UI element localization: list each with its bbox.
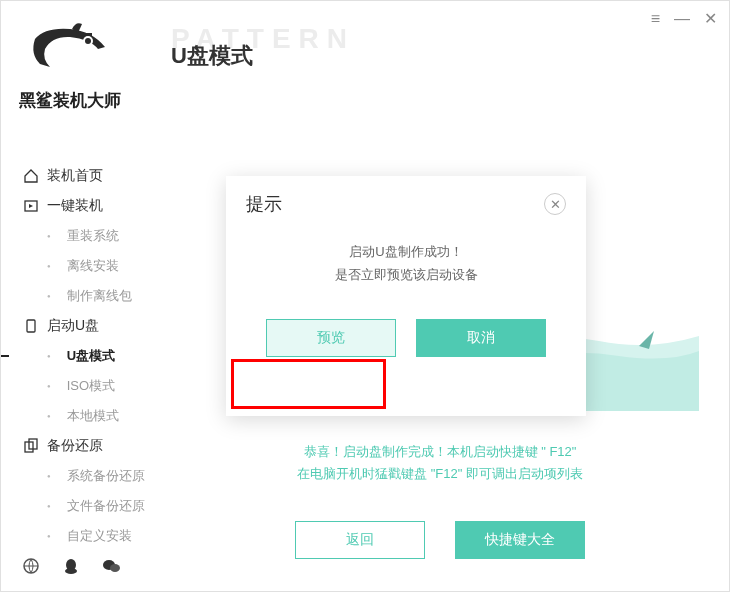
sidebar-item-oneclick[interactable]: 一键装机 bbox=[21, 191, 151, 221]
sidebar-item-label: 文件备份还原 bbox=[67, 497, 145, 515]
sidebar-item-label: 备份还原 bbox=[47, 437, 103, 455]
sidebar: 装机首页 一键装机 重装系统 离线安装 制作离线包 启动U盘 U盘模式 ISO模… bbox=[21, 161, 151, 551]
hotkey-button[interactable]: 快捷键大全 bbox=[455, 521, 585, 559]
sidebar-item-label: 一键装机 bbox=[47, 197, 103, 215]
brand-name: 黑鲨装机大师 bbox=[19, 89, 121, 112]
menu-icon[interactable]: ≡ bbox=[651, 10, 660, 28]
sidebar-item-reinstall[interactable]: 重装系统 bbox=[21, 221, 151, 251]
dialog-close-button[interactable]: ✕ bbox=[544, 193, 566, 215]
sidebar-item-label: 本地模式 bbox=[67, 407, 119, 425]
copy-icon bbox=[23, 438, 39, 454]
svg-rect-4 bbox=[27, 320, 35, 332]
dialog-body: 启动U盘制作成功！ 是否立即预览该启动设备 bbox=[226, 226, 586, 301]
success-line2: 在电脑开机时猛戳键盘 "F12" 即可调出启动项列表 bbox=[171, 463, 709, 485]
preview-button[interactable]: 预览 bbox=[266, 319, 396, 357]
prompt-dialog: 提示 ✕ 启动U盘制作成功！ 是否立即预览该启动设备 预览 取消 bbox=[226, 176, 586, 416]
page-title-text: U盘模式 bbox=[171, 41, 253, 71]
sidebar-item-label: 离线安装 bbox=[67, 257, 119, 275]
cancel-button[interactable]: 取消 bbox=[416, 319, 546, 357]
sidebar-item-label: 系统备份还原 bbox=[67, 467, 145, 485]
dialog-body-line2: 是否立即预览该启动设备 bbox=[246, 263, 566, 286]
bottom-buttons: 返回 快捷键大全 bbox=[171, 521, 709, 559]
sidebar-item-label: 启动U盘 bbox=[47, 317, 99, 335]
back-button[interactable]: 返回 bbox=[295, 521, 425, 559]
sidebar-item-umode[interactable]: U盘模式 bbox=[21, 341, 151, 371]
sidebar-item-label: 自定义安装 bbox=[67, 527, 132, 545]
sidebar-item-sysbackup[interactable]: 系统备份还原 bbox=[21, 461, 151, 491]
usb-icon bbox=[23, 318, 39, 334]
sidebar-item-custom[interactable]: 自定义安装 bbox=[21, 521, 151, 551]
home-icon bbox=[23, 168, 39, 184]
qq-icon[interactable] bbox=[61, 556, 81, 581]
dialog-header: 提示 ✕ bbox=[226, 176, 586, 226]
sidebar-item-bootu[interactable]: 启动U盘 bbox=[21, 311, 151, 341]
dialog-title: 提示 bbox=[246, 192, 282, 216]
sidebar-item-offline[interactable]: 离线安装 bbox=[21, 251, 151, 281]
logo-area: 黑鲨装机大师 bbox=[19, 19, 121, 112]
svg-point-1 bbox=[85, 38, 91, 44]
sidebar-item-label: U盘模式 bbox=[67, 347, 115, 365]
sidebar-item-filebackup[interactable]: 文件备份还原 bbox=[21, 491, 151, 521]
sidebar-item-home[interactable]: 装机首页 bbox=[21, 161, 151, 191]
wechat-icon[interactable] bbox=[101, 556, 121, 581]
dialog-buttons: 预览 取消 bbox=[226, 301, 586, 375]
success-line1: 恭喜！启动盘制作完成！本机启动快捷键 " F12" bbox=[171, 441, 709, 463]
sidebar-item-label: 制作离线包 bbox=[67, 287, 132, 305]
sidebar-item-localmode[interactable]: 本地模式 bbox=[21, 401, 151, 431]
success-message: 恭喜！启动盘制作完成！本机启动快捷键 " F12" 在电脑开机时猛戳键盘 "F1… bbox=[171, 441, 709, 485]
ie-icon[interactable] bbox=[21, 556, 41, 581]
page-title: PATTERN U盘模式 bbox=[171, 41, 253, 71]
sidebar-item-label: 重装系统 bbox=[67, 227, 119, 245]
sidebar-item-backup[interactable]: 备份还原 bbox=[21, 431, 151, 461]
window-controls: ≡ — ✕ bbox=[651, 9, 717, 28]
sidebar-item-label: 装机首页 bbox=[47, 167, 103, 185]
footer-icons bbox=[21, 556, 121, 581]
close-button[interactable]: ✕ bbox=[704, 9, 717, 28]
svg-point-9 bbox=[65, 568, 77, 574]
dialog-body-line1: 启动U盘制作成功！ bbox=[246, 240, 566, 263]
svg-point-11 bbox=[110, 564, 120, 572]
svg-rect-2 bbox=[84, 33, 92, 36]
shark-logo-icon bbox=[20, 19, 120, 79]
sidebar-item-label: ISO模式 bbox=[67, 377, 115, 395]
sidebar-item-isomode[interactable]: ISO模式 bbox=[21, 371, 151, 401]
sidebar-item-makeoffline[interactable]: 制作离线包 bbox=[21, 281, 151, 311]
play-icon bbox=[23, 198, 39, 214]
minimize-button[interactable]: — bbox=[674, 10, 690, 28]
